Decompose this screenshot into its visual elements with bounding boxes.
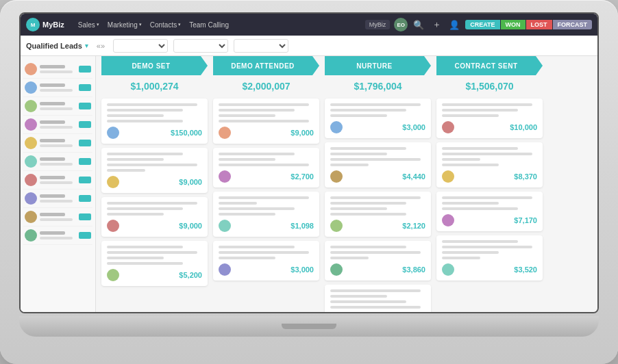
card-line [330,246,406,248]
card-avatar [107,220,119,232]
card-line [107,202,197,205]
kanban-card[interactable]: $8,370 [436,142,543,187]
page-title: Qualified Leads ▾ [26,42,88,50]
sidebar-info [40,102,76,110]
sidebar-info [40,83,76,92]
sidebar-avatar [25,229,37,242]
sidebar-name-bar [40,176,65,179]
kanban-card[interactable]: $5,200 [101,241,208,286]
forcast-button[interactable]: FORCAST [553,20,593,29]
card-line [219,213,275,216]
kanban-card[interactable]: $2,120 [325,192,431,237]
filter-select-2[interactable] [173,39,228,53]
sidebar-info [40,120,76,129]
add-icon[interactable]: ＋ [430,18,443,31]
kanban-card[interactable]: $4,440 [325,142,431,187]
won-button[interactable]: WON [501,20,526,29]
card-amount: $3,000 [402,123,425,131]
card-line [107,120,183,122]
sidebar-avatar [25,118,37,131]
filter-select-3[interactable] [234,39,288,53]
card-amount: $3,520 [514,265,537,274]
nav-marketing[interactable]: Marketing ▾ [108,21,142,29]
col-total: $1,796,004 [325,79,431,94]
sidebar-name-bar [40,120,65,124]
nav-contacts[interactable]: Contacts ▾ [150,21,181,29]
sidebar-item[interactable] [23,60,92,79]
card-line [107,114,164,117]
kanban-card[interactable]: $6,000 [325,285,431,312]
sidebar-avatar [25,81,37,94]
sidebar-item[interactable] [23,134,92,153]
kanban-card[interactable]: $2,700 [213,148,319,187]
card-line [330,202,406,205]
sidebar-avatar [25,137,37,149]
card-avatar [219,220,231,232]
col-header: DEMO SET [101,56,208,75]
filter-select-1[interactable] [113,39,168,53]
laptop-notch [282,324,336,329]
create-button[interactable]: CREATE [465,20,499,29]
sidebar-item[interactable] [23,208,92,226]
card-line [219,109,295,112]
card-bottom: $9,000 [107,220,202,232]
search-icon[interactable]: 🔍 [412,18,425,31]
kanban-card[interactable]: $1,098 [213,192,319,237]
card-line [442,251,499,254]
sidebar-tag [79,195,91,202]
nav-sales[interactable]: Sales ▾ [78,21,99,29]
kanban-card[interactable]: $3,000 [325,99,431,138]
card-avatar [442,263,454,276]
user-avatar[interactable]: EO [394,18,408,31]
sidebar-name-bar [40,83,65,87]
user-icon[interactable]: 👤 [447,18,461,31]
col-total: $1,506,070 [436,79,543,94]
kanban-card[interactable]: $9,000 [101,197,208,237]
card-line [330,251,421,254]
card-line [442,114,499,117]
logo-text: MyBiz [42,21,64,29]
sidebar-detail-bar [40,107,73,110]
sidebar-info [40,157,76,166]
kanban-card[interactable]: $3,000 [213,241,319,281]
kanban-card[interactable]: $3,860 [325,241,431,281]
card-line [219,196,309,199]
card-line [107,251,197,254]
nav-team-calling[interactable]: Team Calling [189,21,229,29]
card-line [442,103,532,106]
sidebar-item[interactable] [23,153,92,171]
kanban-card[interactable]: $10,000 [436,99,543,138]
collapse-button[interactable]: «» [94,39,108,53]
kanban-card[interactable]: $9,000 [101,148,208,193]
sidebar-item[interactable] [23,97,92,116]
kanban-card[interactable]: $7,170 [436,192,543,231]
card-line [219,207,295,210]
logo-icon: M [26,18,40,31]
kanban-col-demo-set: DEMO SET$1,000,274 $150,000 $9,000 $9,00… [101,56,208,286]
kanban-board[interactable]: DEMO SET$1,000,274 $150,000 $9,000 $9,00… [96,56,597,312]
card-line [219,251,309,254]
kanban-card[interactable]: $150,000 [101,99,208,144]
card-amount: $1,098 [291,222,314,230]
sidebar-item[interactable] [23,226,92,245]
card-line [442,246,532,248]
sidebar-info [40,194,76,203]
mybiz-badge: MyBiz [365,20,391,29]
sidebar-item[interactable] [23,79,92,97]
sidebar-item[interactable] [23,171,92,190]
sidebar-item[interactable] [23,190,92,208]
card-amount: $3,000 [291,265,314,274]
card-bottom: $3,000 [330,121,425,133]
sidebar-avatar [25,211,37,223]
sidebar-info [40,231,76,239]
sidebar-item[interactable] [23,116,92,134]
sidebar-tag [79,66,91,73]
card-line [107,158,164,161]
col-header: NURTURE [325,56,431,75]
card-avatar [330,220,343,232]
kanban-card[interactable]: $9,000 [213,99,319,144]
sidebar-tag [79,103,91,109]
lost-button[interactable]: LOST [526,20,552,29]
kanban-card[interactable]: $3,520 [436,235,543,281]
sidebar-info [40,213,76,221]
